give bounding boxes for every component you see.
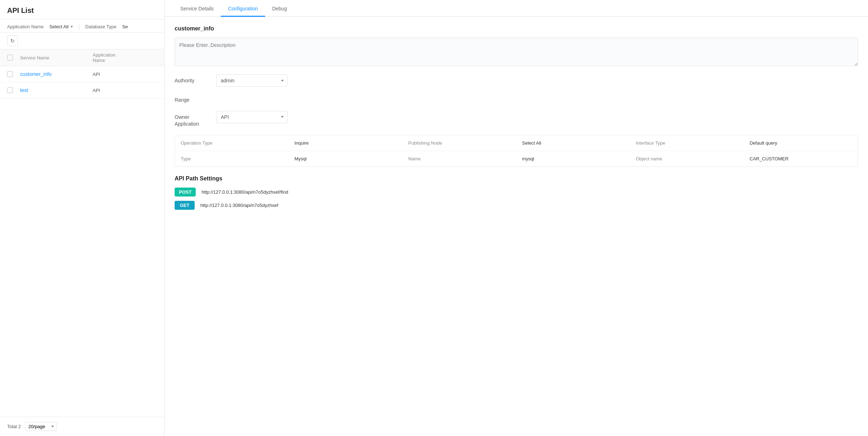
publishing-node-label: Publishing Node <box>403 135 516 151</box>
table-header: Service Name Application Name <box>0 49 164 66</box>
api-path-get-row: GET http://127.0.0.1:3080/api/n7o5dyzhxe… <box>175 201 858 210</box>
type-label: Type <box>175 151 289 166</box>
interface-type-value: Default query <box>744 135 858 151</box>
object-name-label: Object name <box>630 151 744 166</box>
service-name-title: customer_info <box>175 25 858 32</box>
app-name-select[interactable]: Select All ▼ <box>49 24 73 29</box>
header-checkbox-col <box>7 52 20 63</box>
tab-debug[interactable]: Debug <box>265 0 294 17</box>
filter-row: Application Name Select All ▼ Database T… <box>0 19 164 33</box>
right-panel: Service Details Configuration Debug cust… <box>165 0 868 436</box>
db-type-filter-label: Database Type <box>85 24 116 29</box>
table-rows: customer_info API test API <box>0 66 164 417</box>
page-title: API List <box>7 6 157 15</box>
db-type-select-value: Se <box>122 24 128 29</box>
type-value: Mysql <box>289 151 403 166</box>
service-name-link[interactable]: customer_info <box>20 71 93 77</box>
row-checkbox-col <box>7 71 20 77</box>
table-row: customer_info API <box>0 66 164 82</box>
publishing-node-value: Select All <box>516 135 630 151</box>
tabs-bar: Service Details Configuration Debug <box>165 0 868 17</box>
post-method-badge: POST <box>175 188 196 197</box>
range-label: Range <box>175 94 210 104</box>
total-label: Total 2 <box>7 424 21 429</box>
left-footer: Total 2 20/page 50/page 100/page <box>0 417 164 436</box>
header-extra <box>128 52 157 63</box>
table-row: test API <box>0 82 164 98</box>
app-name-cell: API <box>93 88 128 93</box>
authority-select[interactable]: admin <box>216 74 288 87</box>
api-path-post-row: POST http://127.0.0.1:3080/api/n7o5dyzhx… <box>175 188 858 197</box>
description-textarea[interactable] <box>175 38 858 66</box>
range-row: Range <box>175 94 858 104</box>
details-table-row: Operation Type Inquire Publishing Node S… <box>175 135 858 151</box>
authority-row: Authority admin <box>175 74 858 87</box>
details-table-row: Type Mysql Name mysql Object name CAR_CU… <box>175 151 858 166</box>
select-all-checkbox[interactable] <box>7 55 13 60</box>
operation-type-label: Operation Type <box>175 135 289 151</box>
db-type-select[interactable]: Se <box>122 24 128 29</box>
left-header: API List <box>0 0 164 19</box>
interface-type-label: Interface Type <box>630 135 744 151</box>
owner-label: Owner Application <box>175 111 210 128</box>
row-checkbox[interactable] <box>7 87 13 93</box>
app-name-cell: API <box>93 72 128 77</box>
tab-configuration[interactable]: Configuration <box>221 0 265 17</box>
name-label: Name <box>403 151 516 166</box>
get-method-badge: GET <box>175 201 195 210</box>
post-api-url: http://127.0.0.1:3080/api/n7o5dyzhxef/fi… <box>201 189 288 195</box>
owner-select[interactable]: API <box>216 111 288 123</box>
row-checkbox[interactable] <box>7 71 13 77</box>
app-name-select-value: Select All <box>49 24 68 29</box>
refresh-button[interactable]: ↻ <box>7 35 18 46</box>
details-table: Operation Type Inquire Publishing Node S… <box>175 135 858 167</box>
filter-divider <box>79 24 79 29</box>
owner-row: Owner Application API <box>175 111 858 128</box>
chevron-down-icon: ▼ <box>70 25 73 29</box>
page-size-select[interactable]: 20/page 50/page 100/page <box>25 422 57 431</box>
app-name-filter-label: Application Name <box>7 24 44 29</box>
get-api-url: http://127.0.0.1:3080/api/n7o5dyzhxef <box>200 203 278 208</box>
authority-label: Authority <box>175 74 210 84</box>
left-panel: API List Application Name Select All ▼ D… <box>0 0 165 436</box>
right-content: customer_info Authority admin Range Owne… <box>165 17 868 436</box>
tab-service-details[interactable]: Service Details <box>173 0 221 17</box>
row-checkbox-col <box>7 87 20 93</box>
header-service-name: Service Name <box>20 52 93 63</box>
api-path-settings-title: API Path Settings <box>175 175 858 182</box>
name-value: mysql <box>516 151 630 166</box>
header-app-name: Application Name <box>93 52 128 63</box>
service-name-link[interactable]: test <box>20 87 93 93</box>
object-name-value: CAR_CUSTOMER <box>744 151 858 166</box>
form-section: Authority admin Range Owner Application … <box>175 74 858 128</box>
toolbar-row: ↻ <box>0 33 164 49</box>
operation-type-value: Inquire <box>289 135 403 151</box>
